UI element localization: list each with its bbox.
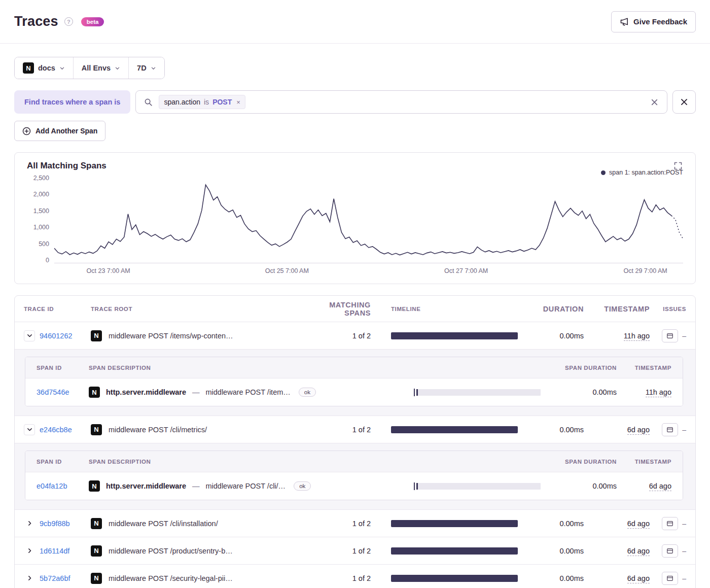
project-icon: N [23,62,34,74]
environment-selector-label: All Envs [82,64,111,72]
issues-icon[interactable] [662,572,678,585]
issues-empty-value: – [682,547,686,555]
chevron-down-icon[interactable] [24,424,35,435]
col-matching-spans: MATCHING SPANS [310,301,391,317]
top-bar: Traces ? beta Give Feedback [0,0,710,44]
spans-subtable: SPAN ID SPAN DESCRIPTION SPAN DURATION T… [25,451,683,500]
project-selector[interactable]: N docs [15,57,73,79]
span-duration-value: 0.00ms [551,388,617,396]
chart-legend[interactable]: span 1: span.action:POST [27,169,683,176]
col-span-description: SPAN DESCRIPTION [89,365,414,371]
chevron-right-icon[interactable] [24,545,35,557]
table-row[interactable]: 5b72a6bf N middleware POST /security-leg… [15,565,695,588]
environment-selector[interactable]: All Envs [73,57,128,79]
span-row[interactable]: 36d7546e N http.server.middleware — midd… [25,378,683,406]
spans-subtable: SPAN ID SPAN DESCRIPTION SPAN DURATION T… [25,357,683,406]
duration-value: 0.00ms [528,547,584,555]
timeline-bar[interactable] [391,575,518,582]
table-row[interactable]: 9cb9f88b N middleware POST /cli/installa… [15,510,695,537]
issues-icon[interactable] [662,423,678,436]
chevron-right-icon[interactable] [24,573,35,584]
span-timeline[interactable] [414,389,551,396]
duration-value: 0.00ms [528,520,584,528]
span-timestamp-value: 11h ago [646,388,671,397]
project-icon: N [89,480,100,492]
expanded-trace-area: SPAN ID SPAN DESCRIPTION SPAN DURATION T… [15,443,695,510]
span-description-label: middleware POST /cli/… [205,482,286,490]
token-key: span.action [164,98,200,106]
add-another-span-button[interactable]: Add Another Span [14,121,105,141]
issues-empty-value: – [682,426,686,434]
megaphone-icon [620,17,629,26]
date-range-selector[interactable]: 7D [128,57,164,79]
x-axis-tick-label: Oct 27 7:00 AM [444,267,488,274]
separator: — [192,482,200,490]
table-row[interactable]: 94601262 N middleware POST /items/wp-con… [15,322,695,350]
timestamp-value: 6d ago [627,547,650,556]
y-axis-labels: 2,500 2,000 1,500 1,000 500 0 [27,175,54,264]
col-duration: DURATION [528,305,584,313]
separator: — [192,388,200,396]
timeline-bar[interactable] [391,426,518,433]
find-traces-pill[interactable]: Find traces where a span is [14,90,130,114]
duration-value: 0.00ms [528,332,584,340]
span-timeline[interactable] [414,482,551,490]
traces-table: TRACE ID TRACE ROOT MATCHING SPANS TIMEL… [14,295,696,588]
span-op-label: http.server.middleware [106,482,186,490]
token-remove-icon[interactable]: × [235,98,240,106]
spans-line-chart [54,178,683,263]
trace-root-label: middleware POST /product/sentry-b… [109,547,233,555]
issues-icon[interactable] [662,329,678,342]
timeline-bar[interactable] [391,520,518,527]
project-icon: N [91,545,102,557]
traces-table-header: TRACE ID TRACE ROOT MATCHING SPANS TIMEL… [15,296,695,322]
timeline-bar[interactable] [391,547,518,555]
project-icon: N [91,330,102,341]
duration-value: 0.00ms [528,426,584,434]
project-icon: N [91,518,102,529]
search-filter-token[interactable]: span.action is POST × [159,95,245,109]
y-axis-tick: 2,000 [27,191,49,198]
timestamp-value: 11h ago [624,332,650,341]
timestamp-value: 6d ago [627,426,650,435]
chevron-right-icon[interactable] [24,518,35,529]
remove-search-row-button[interactable] [672,90,696,114]
legend-dot-icon [601,170,606,175]
col-issues: ISSUES [650,306,695,312]
span-id-link[interactable]: e04fa12b [37,482,67,490]
duration-value: 0.00ms [528,574,584,582]
give-feedback-button[interactable]: Give Feedback [611,11,696,32]
timeline-bar[interactable] [391,332,518,339]
trace-id-link[interactable]: 1d6114df [40,547,69,555]
trace-id-link[interactable]: e246cb8e [40,426,72,434]
trace-id-link[interactable]: 5b72a6bf [40,574,70,582]
trace-id-link[interactable]: 9cb9f88b [40,520,70,528]
chevron-down-icon[interactable] [24,330,35,341]
y-axis-tick: 500 [27,240,49,248]
y-axis-tick: 0 [27,257,49,264]
issues-icon[interactable] [662,544,678,558]
give-feedback-label: Give Feedback [633,17,687,26]
table-row[interactable]: 1d6114df N middleware POST /product/sent… [15,537,695,565]
search-clear-icon[interactable] [650,98,659,107]
span-id-link[interactable]: 36d7546e [37,388,69,396]
chart-legend-label: span 1: span.action:POST [609,169,683,176]
col-trace-id: TRACE ID [15,306,91,312]
x-axis-labels: Oct 23 7:00 AMOct 25 7:00 AMOct 27 7:00 … [54,263,683,279]
issues-icon[interactable] [662,517,678,530]
span-row[interactable]: e04fa12b N http.server.middleware — midd… [25,472,683,500]
project-selector-label: docs [38,64,55,72]
span-search-input[interactable]: span.action is POST × [135,90,667,114]
table-row[interactable]: e246cb8e N middleware POST /cli/metrics/… [15,416,695,443]
col-timestamp: TIMESTAMP [584,305,650,313]
issues-empty-value: – [682,520,686,528]
trace-root-label: middleware POST /cli/metrics/ [109,426,207,434]
matching-spans-count: 1 of 2 [310,332,391,340]
span-status-badge: ok [299,388,316,397]
page-title: Traces [14,14,58,29]
beta-badge: beta [81,17,104,26]
trace-id-link[interactable]: 94601262 [40,332,73,340]
y-axis-tick: 2,500 [27,175,49,182]
help-icon[interactable]: ? [64,17,73,26]
timestamp-value: 6d ago [627,520,650,529]
